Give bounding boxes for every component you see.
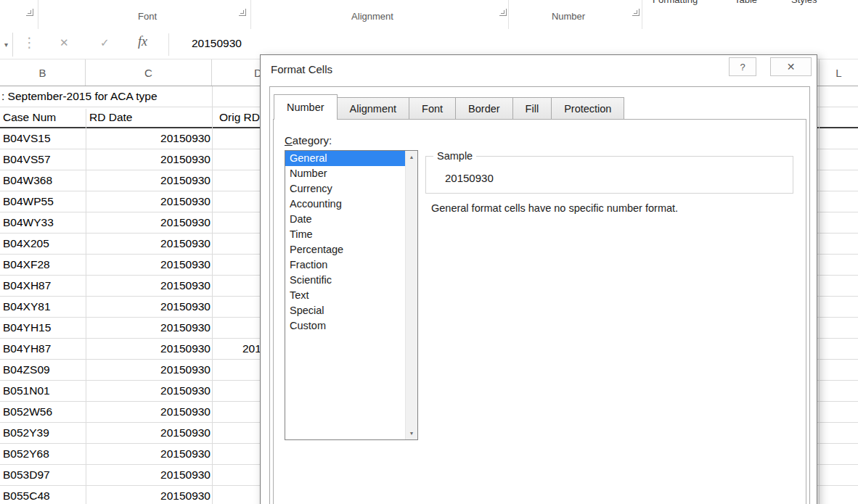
category-list-scrollbar[interactable]: ▲ ▼ (405, 151, 417, 439)
scroll-up-icon[interactable]: ▲ (406, 151, 417, 163)
cell-rd-date[interactable]: 20150930 (86, 360, 211, 380)
column-header-c[interactable]: C (86, 59, 212, 86)
cell-case-num[interactable]: B052Y68 (3, 444, 49, 464)
formula-bar-gripper-icon[interactable]: ⋮ (23, 34, 36, 51)
dialog-title: Format Cells (271, 63, 332, 75)
cell-rd-date[interactable]: 20150930 (86, 318, 211, 338)
dialog-titlebar[interactable]: Format Cells ? ✕ (261, 55, 817, 86)
cell-rd-date[interactable]: 20150930 (86, 297, 211, 317)
cell-case-num[interactable]: B04XH87 (3, 276, 51, 296)
dialog-tabs: NumberAlignmentFontBorderFillProtection (274, 96, 624, 120)
cell-case-num[interactable]: B04W368 (3, 170, 52, 191)
cell-rd-date[interactable]: 20150930 (86, 339, 211, 359)
help-button[interactable]: ? (729, 57, 756, 76)
sample-value: 20150930 (445, 172, 494, 184)
formula-bar-input[interactable]: 20150930 (192, 37, 242, 50)
cell-case-num[interactable]: B052Y39 (3, 423, 49, 443)
cell-rd-date[interactable]: 20150930 (86, 149, 211, 170)
cell-styles-button[interactable]: Styles (791, 0, 817, 5)
tab-font[interactable]: Font (409, 97, 456, 119)
cell-rd-date[interactable]: 20150930 (86, 255, 211, 275)
cell-rd-date[interactable]: 20150930 (86, 402, 211, 422)
cell-rd-date[interactable]: 20150930 (86, 128, 211, 149)
category-option-special[interactable]: Special (285, 303, 405, 318)
cell-rd-date[interactable]: 20150930 (86, 465, 211, 485)
category-option-accounting[interactable]: Accounting (285, 197, 405, 212)
close-icon: ✕ (787, 61, 796, 73)
font-dialog-launcher-icon[interactable] (239, 9, 246, 16)
sheet-title[interactable]: : September-2015 for ACA type (1, 86, 158, 107)
column-header-b[interactable]: B (0, 59, 86, 86)
group-separator (38, 0, 38, 29)
cell-case-num[interactable]: B04YH15 (3, 318, 51, 338)
cell-orig-rd-date[interactable]: 201 (242, 339, 261, 359)
cell-case-num[interactable]: B04WY33 (3, 212, 54, 233)
category-option-currency[interactable]: Currency (285, 181, 405, 197)
cell-case-num[interactable]: B04ZS09 (3, 360, 50, 380)
cell-case-num[interactable]: B04WP55 (3, 191, 54, 212)
header-case-num[interactable]: Case Num (3, 107, 56, 127)
cancel-button[interactable]: ✕ (60, 36, 69, 49)
tab-number[interactable]: Number (274, 94, 338, 120)
number-tab-page: Category: GeneralNumberCurrencyAccountin… (273, 119, 806, 504)
cell-rd-date[interactable]: 20150930 (86, 212, 211, 233)
category-option-scientific[interactable]: Scientific (285, 273, 405, 288)
group-separator (250, 0, 251, 29)
conditional-formatting-button[interactable]: Formatting (653, 0, 698, 5)
close-button[interactable]: ✕ (770, 57, 812, 76)
cell-case-num[interactable]: B04YH87 (3, 339, 51, 359)
category-option-percentage[interactable]: Percentage (285, 242, 405, 257)
cell-rd-date[interactable]: 20150930 (86, 276, 211, 296)
formula-bar-separator (168, 33, 169, 56)
scroll-down-icon[interactable]: ▼ (406, 427, 417, 439)
category-label: Category: (285, 134, 332, 146)
format-cells-dialog: Format Cells ? ✕ NumberAlignmentFontBord… (260, 54, 817, 504)
category-option-time[interactable]: Time (285, 227, 405, 242)
dialog-launcher-icon[interactable] (26, 9, 33, 16)
category-option-custom[interactable]: Custom (285, 318, 405, 334)
group-separator (508, 0, 509, 29)
alignment-dialog-launcher-icon[interactable] (499, 9, 507, 16)
cell-rd-date[interactable]: 20150930 (86, 423, 211, 443)
cell-case-num[interactable]: B04XF28 (3, 255, 50, 275)
tab-alignment[interactable]: Alignment (337, 97, 409, 119)
tab-fill[interactable]: Fill (512, 97, 552, 119)
category-option-fraction[interactable]: Fraction (285, 257, 405, 273)
cell-case-num[interactable]: B04VS57 (3, 149, 51, 170)
cell-case-num[interactable]: B051N01 (3, 381, 50, 401)
tab-protection[interactable]: Protection (551, 97, 624, 119)
cell-rd-date[interactable]: 20150930 (86, 381, 211, 401)
cell-rd-date[interactable]: 20150930 (86, 170, 211, 191)
cell-rd-date[interactable]: 20150930 (86, 191, 211, 212)
cell-rd-date[interactable]: 20150930 (86, 444, 211, 464)
header-rd-date[interactable]: RD Date (89, 107, 132, 127)
name-box[interactable]: ▾ (0, 33, 13, 57)
enter-button[interactable]: ✓ (100, 36, 110, 49)
column-header-l[interactable]: L (819, 59, 858, 86)
cell-case-num[interactable]: B052W56 (3, 402, 52, 422)
cell-case-num[interactable]: B04X205 (3, 234, 49, 254)
number-dialog-launcher-icon[interactable] (632, 9, 640, 16)
name-box-dropdown-icon[interactable]: ▾ (4, 41, 8, 49)
insert-function-button[interactable]: fx (138, 34, 147, 49)
gridline-vertical (212, 86, 213, 504)
cell-rd-date[interactable]: 20150930 (86, 486, 211, 504)
cell-case-num[interactable]: B053D97 (3, 465, 50, 485)
cell-case-num[interactable]: B04XY81 (3, 297, 51, 317)
cell-case-num[interactable]: B04VS15 (3, 128, 51, 149)
header-orig-rd[interactable]: Orig RD (219, 107, 260, 127)
category-option-number[interactable]: Number (285, 166, 405, 181)
cell-case-num[interactable]: B055C48 (3, 486, 50, 504)
cell-rd-date[interactable]: 20150930 (86, 234, 211, 254)
font-group-label: Font (138, 11, 157, 22)
category-option-general[interactable]: General (285, 151, 405, 166)
category-option-date[interactable]: Date (285, 212, 405, 227)
dialog-client-area: NumberAlignmentFontBorderFillProtection … (269, 86, 810, 504)
format-description: General format cells have no specific nu… (431, 202, 678, 214)
gridline-vertical (86, 109, 86, 504)
format-as-table-button[interactable]: Table (735, 0, 757, 5)
category-option-text[interactable]: Text (285, 288, 405, 303)
alignment-group-label: Alignment (351, 11, 393, 22)
sample-label: Sample (433, 150, 476, 162)
tab-border[interactable]: Border (455, 97, 513, 119)
